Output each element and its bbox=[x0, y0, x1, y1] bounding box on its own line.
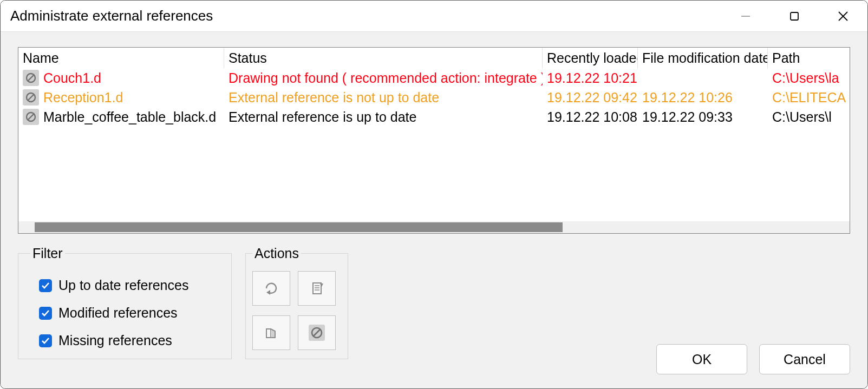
table-row[interactable]: Couch1.dDrawing not found ( recommended … bbox=[18, 68, 850, 88]
cell-loaded: 19.12.22 10:21 bbox=[543, 69, 638, 87]
svg-marker-15 bbox=[320, 283, 323, 287]
document-import-icon bbox=[309, 280, 325, 296]
row-name-text: Reception1.d bbox=[43, 90, 123, 106]
svg-rect-1 bbox=[791, 12, 798, 20]
actions-legend: Actions bbox=[252, 246, 301, 261]
cell-name: Reception1.d bbox=[18, 88, 224, 107]
maximize-icon bbox=[789, 11, 799, 21]
scroll-thumb[interactable] bbox=[35, 222, 563, 232]
cell-loaded: 19.12.22 10:08 bbox=[543, 108, 638, 126]
filter-uptodate-label: Up to date references bbox=[58, 278, 188, 293]
window-title: Administrate external references bbox=[10, 8, 721, 24]
window-controls bbox=[721, 1, 867, 31]
cell-moddate bbox=[638, 77, 768, 79]
block-icon bbox=[23, 109, 39, 125]
reload-icon bbox=[263, 280, 279, 296]
col-header-path[interactable]: Path bbox=[768, 48, 850, 68]
filter-modified-checkbox[interactable] bbox=[39, 307, 52, 320]
check-icon bbox=[41, 309, 50, 318]
maximize-button[interactable] bbox=[770, 1, 819, 31]
dialog-content: Name Status Recently loaded File modific… bbox=[1, 32, 867, 388]
cell-name: Marble_coffee_table_black.d bbox=[18, 108, 224, 126]
filter-uptodate-row: Up to date references bbox=[39, 278, 219, 293]
folder-open-icon bbox=[263, 325, 279, 341]
titlebar: Administrate external references bbox=[1, 1, 867, 32]
filter-modified-row: Modified references bbox=[39, 305, 219, 321]
filter-missing-label: Missing references bbox=[58, 333, 172, 348]
block-icon bbox=[23, 89, 39, 106]
action-block-button[interactable] bbox=[298, 315, 336, 350]
cell-path: C:\ELITECA bbox=[768, 89, 850, 107]
table-row[interactable]: Reception1.dExternal reference is not up… bbox=[18, 88, 850, 107]
filter-modified-label: Modified references bbox=[58, 305, 178, 321]
cancel-button[interactable]: Cancel bbox=[759, 344, 850, 374]
filter-missing-checkbox[interactable] bbox=[39, 334, 52, 347]
cell-loaded: 19.12.22 09:42 bbox=[543, 89, 638, 107]
cell-status: Drawing not found ( recommended action: … bbox=[224, 69, 543, 87]
svg-rect-11 bbox=[313, 283, 321, 294]
dialog-window: Administrate external references Name St… bbox=[0, 0, 868, 389]
minimize-button[interactable] bbox=[721, 1, 770, 31]
cell-moddate: 19.12.22 09:33 bbox=[638, 108, 768, 126]
table-body: Couch1.dDrawing not found ( recommended … bbox=[18, 68, 850, 221]
table-row[interactable]: Marble_coffee_table_black.dExternal refe… bbox=[18, 107, 850, 127]
svg-marker-10 bbox=[266, 290, 270, 295]
ok-button[interactable]: OK bbox=[656, 344, 747, 374]
check-icon bbox=[41, 281, 50, 290]
svg-line-7 bbox=[28, 95, 34, 101]
filter-uptodate-checkbox[interactable] bbox=[39, 279, 52, 292]
bottom-panel: Filter Up to date references Modified re… bbox=[18, 246, 850, 359]
references-table: Name Status Recently loaded File modific… bbox=[18, 47, 850, 234]
filter-legend: Filter bbox=[30, 246, 65, 261]
cell-path: C:\Users\la bbox=[768, 69, 850, 87]
dialog-buttons: OK Cancel bbox=[656, 344, 850, 374]
action-open-button[interactable] bbox=[252, 315, 290, 350]
actions-grid bbox=[252, 271, 341, 350]
action-reload-button[interactable] bbox=[252, 271, 290, 306]
row-name-text: Marble_coffee_table_black.d bbox=[43, 109, 216, 125]
col-header-moddate[interactable]: File modification date bbox=[638, 48, 768, 68]
scroll-track bbox=[18, 221, 35, 233]
cell-name: Couch1.d bbox=[18, 69, 224, 87]
cell-status: External reference is not up to date bbox=[224, 89, 543, 107]
col-header-status[interactable]: Status bbox=[224, 48, 543, 68]
cell-moddate: 19.12.22 10:26 bbox=[638, 89, 768, 107]
close-button[interactable] bbox=[819, 1, 867, 31]
block-icon bbox=[309, 325, 325, 341]
check-icon bbox=[41, 337, 50, 345]
cell-path: C:\Users\l bbox=[768, 108, 850, 126]
svg-line-17 bbox=[314, 329, 320, 336]
actions-group: Actions bbox=[245, 246, 348, 359]
svg-line-9 bbox=[28, 114, 34, 120]
filter-missing-row: Missing references bbox=[39, 333, 219, 348]
horizontal-scrollbar[interactable] bbox=[18, 221, 850, 233]
minimize-icon bbox=[741, 11, 750, 21]
cell-status: External reference is up to date bbox=[224, 108, 543, 126]
row-name-text: Couch1.d bbox=[43, 70, 101, 86]
col-header-name[interactable]: Name bbox=[18, 48, 224, 68]
scroll-track bbox=[563, 221, 850, 233]
table-header: Name Status Recently loaded File modific… bbox=[18, 48, 850, 68]
close-icon bbox=[838, 11, 849, 22]
block-icon bbox=[23, 70, 39, 86]
svg-line-5 bbox=[28, 75, 34, 81]
filter-group: Filter Up to date references Modified re… bbox=[18, 246, 232, 359]
action-integrate-button[interactable] bbox=[298, 271, 336, 306]
col-header-loaded[interactable]: Recently loaded bbox=[543, 48, 638, 68]
